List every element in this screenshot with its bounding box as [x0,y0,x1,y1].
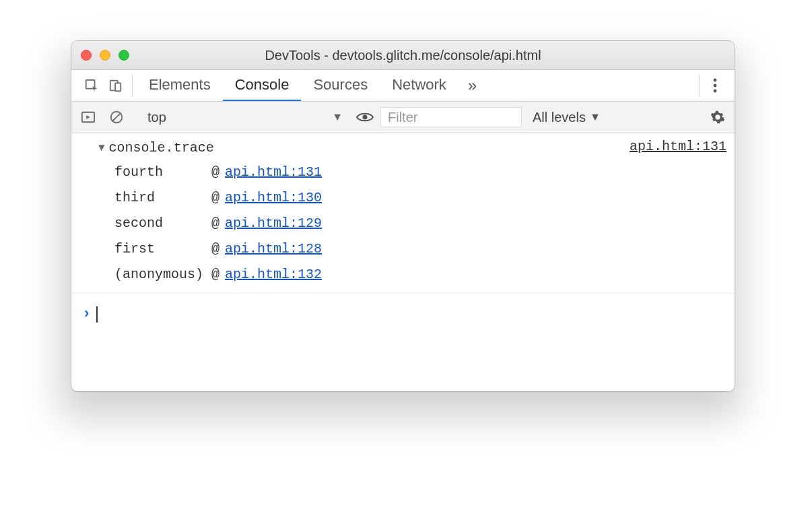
traffic-lights [81,50,129,61]
stack-fn: fourth [114,160,206,185]
tab-label: Console [235,76,290,94]
stack-frame: (anonymous) @ api.html:132 [114,262,630,288]
device-toolbar-icon[interactable] [104,70,128,101]
titlebar: DevTools - devtools.glitch.me/console/ap… [71,41,735,70]
stack-link[interactable]: api.html:128 [225,236,322,262]
stack-at: @ [211,236,219,262]
stack-fn: (anonymous) [114,262,206,288]
svg-point-4 [714,84,717,88]
context-label: top [147,110,166,125]
stack-fn: third [114,185,206,211]
stack-at: @ [211,211,219,236]
stack-at: @ [211,185,219,211]
tab-elements[interactable]: Elements [137,70,223,101]
chevron-down-icon: ▼ [590,111,601,123]
stack-link[interactable]: api.html:131 [225,160,322,185]
stack-trace: fourth @ api.html:131 third @ api.html:1… [79,160,630,288]
tab-label: Network [392,76,446,94]
inspect-element-icon[interactable] [79,70,104,101]
svg-point-5 [714,90,717,93]
trace-left: ▼ console.trace fourth @ api.html:131 th… [79,137,630,288]
devtools-window: DevTools - devtools.glitch.me/console/ap… [71,40,735,392]
stack-fn: first [114,236,206,262]
expand-toggle-icon[interactable]: ▼ [98,142,105,154]
tabbar-separator [132,74,133,97]
main-menu-button[interactable] [704,70,726,101]
close-window-button[interactable] [81,50,92,61]
tabs-group: Elements Console Sources Network [137,70,459,101]
clear-console-icon[interactable] [105,110,128,125]
stack-link[interactable]: api.html:129 [225,211,322,236]
stack-at: @ [211,160,219,185]
trace-source-link[interactable]: api.html:131 [630,139,726,154]
levels-label: All levels [533,110,586,125]
console-filter-input[interactable] [380,107,522,127]
live-expression-icon[interactable] [355,111,375,123]
toggle-console-sidebar-icon[interactable] [77,110,100,124]
tab-label: Sources [313,76,368,94]
trace-label: console.trace [109,140,214,156]
zoom-window-button[interactable] [119,50,129,61]
window-title: DevTools - devtools.glitch.me/console/ap… [71,48,735,63]
console-settings-icon[interactable] [706,110,729,125]
console-panel: ▼ console.trace fourth @ api.html:131 th… [71,133,735,335]
svg-point-3 [714,79,717,82]
stack-at: @ [211,262,219,288]
svg-line-9 [112,113,121,122]
stack-frame: fourth @ api.html:131 [114,160,630,185]
stack-frame: second @ api.html:129 [114,211,630,236]
tabbar-separator-right [699,74,700,97]
console-toolbar: top ▼ All levels ▼ [71,102,735,133]
tab-label: Elements [149,76,211,94]
trace-header[interactable]: ▼ console.trace [79,137,630,160]
svg-rect-2 [115,83,121,91]
execution-context-selector[interactable]: top ▼ [147,110,349,125]
svg-point-10 [363,115,368,120]
stack-link[interactable]: api.html:130 [225,185,322,211]
trace-source: api.html:131 [630,137,726,154]
console-input-row[interactable]: › [71,294,735,335]
svg-marker-7 [86,115,90,119]
prompt-chevron-icon: › [82,306,91,323]
stack-link[interactable]: api.html:132 [225,262,322,288]
log-levels-selector[interactable]: All levels ▼ [533,110,601,125]
text-cursor [96,306,98,323]
console-trace-entry: ▼ console.trace fourth @ api.html:131 th… [71,133,735,294]
chevron-down-icon: ▼ [332,111,343,123]
tab-network[interactable]: Network [380,70,459,101]
tab-sources[interactable]: Sources [301,70,380,101]
overflow-glyph: » [468,76,477,95]
stack-frame: first @ api.html:128 [114,236,630,262]
tab-console[interactable]: Console [223,70,302,101]
tabs-overflow-button[interactable]: » [459,70,486,101]
tabbar-spacer [486,70,695,101]
main-tabbar: Elements Console Sources Network » [71,70,735,102]
stack-fn: second [114,211,206,236]
stack-frame: third @ api.html:130 [114,185,630,211]
minimize-window-button[interactable] [100,50,110,61]
